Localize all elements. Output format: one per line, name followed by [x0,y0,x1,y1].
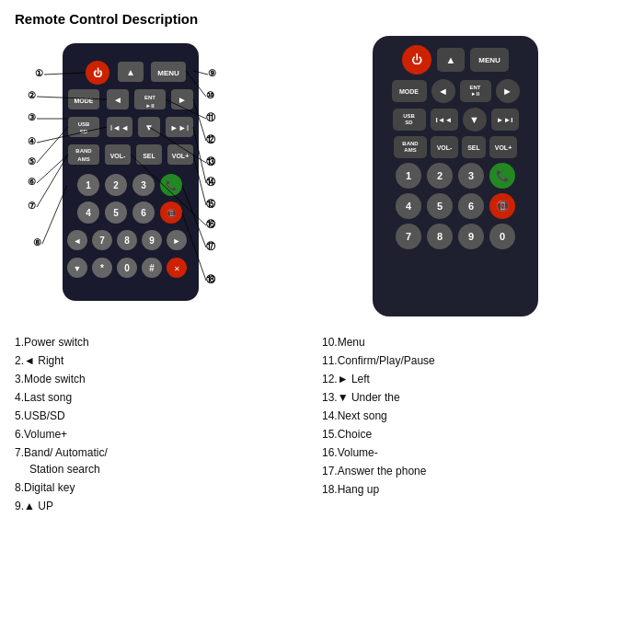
svg-text:8: 8 [124,236,130,246]
sel-btn[interactable]: SEL [462,136,486,158]
svg-point-46 [132,201,155,224]
desc-col-left: 1.Power switch 2.◄ Right 3.Mode switch 4… [15,334,322,514]
svg-text:VOL+: VOL+ [172,153,189,159]
svg-text:▲: ▲ [126,67,135,77]
down-btn[interactable]: ▼ [463,108,487,132]
svg-line-93 [193,99,206,141]
vol-plus-btn[interactable]: VOL+ [489,136,517,158]
svg-line-87 [193,71,208,75]
svg-line-95 [149,127,206,163]
num3-btn[interactable]: 3 [458,163,484,189]
svg-point-66 [142,258,162,278]
svg-point-54 [117,230,137,250]
svg-text:2: 2 [113,180,119,190]
svg-text:⏻: ⏻ [93,67,103,78]
num0-btn[interactable]: 0 [489,224,515,249]
left-btn[interactable]: ◄ [431,79,455,103]
page-title: Remote Control Description [15,11,629,27]
svg-text:⑰: ⑰ [206,241,216,251]
svg-text:SD: SD [80,129,88,134]
svg-line-77 [37,127,107,143]
svg-rect-11 [134,89,166,109]
svg-point-60 [67,258,87,278]
svg-text:📵: 📵 [167,208,178,219]
svg-rect-0 [63,43,199,301]
prev-btn[interactable]: I◄◄ [431,109,458,131]
usbsd-btn[interactable]: USBSD [393,109,426,131]
svg-text:►II: ►II [145,103,155,109]
band-btn[interactable]: BANDAMS [394,136,427,158]
desc-item-3: 3.Mode switch [15,371,315,387]
vol-minus-btn[interactable]: VOL- [431,136,458,158]
num4-btn[interactable]: 4 [396,193,421,219]
hangup-btn[interactable]: 📵 [489,193,515,219]
num9-btn[interactable]: 9 [458,224,484,249]
svg-text:①: ① [35,68,43,78]
desc-item-18: 18.Hang up [322,481,622,498]
svg-line-91 [166,99,206,119]
desc-item-11: 11.Confirm/Play/Pause [322,352,622,369]
desc-item-4: 4.Last song [15,389,315,406]
remote-photo-area: ⏻ ▲ MENU MODE ◄ ENT►II ► USBSD I◄◄ ▼ ►►I [282,36,629,321]
svg-rect-9 [107,89,129,109]
svg-rect-32 [167,144,193,165]
next-btn[interactable]: ►►I [491,109,519,131]
svg-point-34 [77,174,99,196]
power-btn[interactable]: ⏻ [402,45,431,75]
svg-line-89 [186,71,206,97]
svg-text:VOL-: VOL- [110,153,126,159]
num1-btn[interactable]: 1 [396,163,421,189]
svg-text:MODE: MODE [75,98,94,104]
svg-text:►: ► [178,95,187,105]
call-btn[interactable]: 📞 [489,163,515,189]
svg-text:5: 5 [113,208,119,218]
mode-btn[interactable]: MODE [392,80,427,102]
ent-btn[interactable]: ENT►II [460,80,491,102]
svg-text:ENT: ENT [144,95,155,100]
svg-text:▼: ▼ [74,264,82,273]
svg-rect-7 [68,89,99,109]
svg-text:3: 3 [141,180,146,190]
desc-item-14: 14.Next song [322,408,622,424]
svg-point-40 [160,174,182,196]
menu-btn[interactable]: MENU [470,48,509,72]
num8-btn[interactable]: 8 [427,224,453,249]
svg-text:►►I: ►►I [170,123,189,132]
svg-text:6: 6 [141,208,146,218]
description-section: 1.Power switch 2.◄ Right 3.Mode switch 4… [15,334,629,514]
desc-item-10: 10.Menu [322,334,622,351]
desc-item-15: 15.Choice [322,426,622,443]
desc-item-16: 16.Volume- [322,444,622,461]
svg-rect-30 [136,144,162,165]
svg-text:④: ④ [28,136,36,146]
svg-text:③: ③ [28,112,36,122]
svg-point-58 [167,230,187,250]
desc-item-2: 2.◄ Right [15,352,315,369]
desc-item-13: 13.▼ Under the [322,389,622,406]
desc-item-17: 17.Answer the phone [322,463,622,479]
svg-text:⑫: ⑫ [206,134,216,144]
num5-btn[interactable]: 5 [427,193,453,219]
svg-rect-5 [151,62,186,82]
svg-text:⑪: ⑪ [206,112,216,122]
svg-text:②: ② [28,90,36,100]
right-btn[interactable]: ► [496,79,520,103]
svg-text:✕: ✕ [174,265,180,273]
num6-btn[interactable]: 6 [458,193,484,219]
svg-text:⑯: ⑯ [206,219,216,229]
svg-line-85 [42,185,67,244]
remote-diagram-area: ⏻ ▲ MENU MODE ◄ ENT ►II ► USB [15,36,272,321]
svg-text:⑭: ⑭ [206,177,216,187]
num2-btn[interactable]: 2 [427,163,453,189]
svg-text:⑬: ⑬ [206,156,216,167]
svg-text:◄: ◄ [74,236,82,246]
svg-text:4: 4 [86,208,91,218]
svg-text:7: 7 [99,236,105,246]
svg-rect-14 [171,89,193,109]
desc-item-6: 6.Volume+ [15,426,315,443]
svg-text:⑮: ⑮ [206,199,216,209]
up-btn[interactable]: ▲ [437,48,465,72]
svg-text:⑦: ⑦ [28,201,36,211]
num7-btn[interactable]: 7 [396,224,421,249]
svg-line-71 [44,73,86,75]
